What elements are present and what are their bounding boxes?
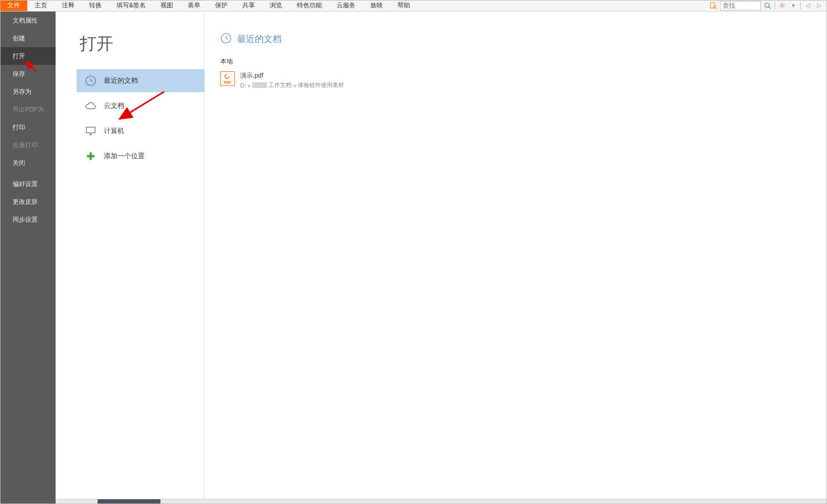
sidebar-item-create[interactable]: 创建 (0, 29, 56, 47)
main-area: 文档属性 创建 打开 保存 另存为 导出PDF为 打印 批量打印 关闭 偏好设置… (0, 12, 827, 504)
sidebar-item-export: 导出PDF为 (0, 101, 56, 118)
option-add-place[interactable]: 添加一个位置 (77, 145, 205, 168)
ribbon-tab-file[interactable]: 文件 (0, 0, 27, 11)
sidebar-item-properties[interactable]: 文档属性 (0, 12, 56, 29)
plus-icon (84, 149, 98, 163)
ribbon-tab-form[interactable]: 表单 (180, 0, 208, 11)
clock-icon (84, 74, 98, 87)
ribbon-tab-annotate[interactable]: 注释 (55, 0, 82, 11)
panel-title: 打开 (80, 32, 204, 56)
sidebar-item-save[interactable]: 保存 (0, 65, 56, 83)
search-icon[interactable] (763, 1, 772, 10)
ribbon-right-controls: ▾ ◁ ▷ (708, 0, 827, 11)
chevron-down-icon[interactable]: ▾ (789, 1, 798, 10)
separator (800, 2, 801, 9)
nav-back-icon[interactable]: ◁ (803, 1, 812, 10)
ribbon-tab-protect[interactable]: 保护 (208, 0, 235, 11)
option-label: 计算机 (104, 126, 124, 136)
separator (775, 2, 775, 9)
ribbon-tab-slideshow[interactable]: 放映 (363, 0, 390, 11)
sidebar-item-sync[interactable]: 同步设置 (0, 211, 56, 228)
ribbon-tab-share[interactable]: 共享 (235, 0, 262, 11)
ribbon-tab-cloud[interactable]: 云服务 (329, 0, 363, 11)
ribbon-tab-view[interactable]: 视图 (153, 0, 180, 11)
ribbon-bar: 文件 主页 注释 转换 填写&签名 视图 表单 保护 共享 浏览 特色功能 云服… (0, 0, 827, 12)
file-sidebar: 文档属性 创建 打开 保存 另存为 导出PDF为 打印 批量打印 关闭 偏好设置… (0, 12, 56, 504)
pdf-file-icon: PDF (220, 71, 235, 86)
svg-point-3 (765, 3, 769, 7)
svg-line-2 (715, 8, 716, 9)
file-name: 演示.pdf (240, 71, 344, 80)
ribbon-tab-browse[interactable]: 浏览 (262, 0, 289, 11)
ribbon-tab-features[interactable]: 特色功能 (289, 0, 329, 11)
clock-icon (220, 32, 232, 46)
local-group-label: 本地 (220, 57, 827, 66)
svg-point-1 (713, 6, 716, 8)
svg-rect-7 (87, 127, 95, 133)
redacted-segment (252, 82, 267, 88)
option-label: 云文档 (104, 101, 124, 111)
option-label: 最近的文档 (104, 76, 138, 85)
sidebar-item-print[interactable]: 打印 (0, 118, 56, 136)
option-cloud-docs[interactable]: 云文档 (77, 94, 205, 117)
svg-line-4 (769, 6, 771, 8)
option-recent-docs[interactable]: 最近的文档 (77, 69, 205, 92)
search-input[interactable] (720, 1, 761, 10)
gear-icon[interactable] (777, 1, 787, 10)
sidebar-item-open[interactable]: 打开 (0, 47, 56, 65)
sidebar-item-close[interactable]: 关闭 (0, 154, 56, 172)
find-doc-icon[interactable] (708, 1, 718, 10)
ribbon-tab-help[interactable]: 帮助 (390, 0, 417, 11)
computer-icon (84, 124, 98, 138)
recent-file-item[interactable]: PDF 演示.pdf D: » 工作文档 » 体验软件使用素材 (220, 69, 827, 91)
content-panel: 最近的文档 本地 PDF 演示.pdf D: » 工作文档 » 体验软件使用素材 (205, 12, 827, 504)
status-bar (56, 499, 827, 504)
sidebar-item-saveas[interactable]: 另存为 (0, 83, 56, 101)
option-label: 添加一个位置 (104, 151, 145, 161)
sidebar-item-batch-print: 批量打印 (0, 136, 56, 154)
nav-forward-icon[interactable]: ▷ (814, 1, 824, 10)
file-path: D: » 工作文档 » 体验软件使用素材 (240, 81, 344, 89)
option-computer[interactable]: 计算机 (77, 119, 205, 143)
cloud-icon (84, 99, 98, 113)
ribbon-tab-fill-sign[interactable]: 填写&签名 (109, 0, 153, 11)
section-title: 最近的文档 (237, 33, 282, 45)
section-header: 最近的文档 (220, 32, 827, 46)
svg-rect-0 (711, 3, 715, 8)
open-panel: 打开 最近的文档 云文档 计算机 添加一个位置 (56, 12, 205, 504)
sidebar-item-skin[interactable]: 更改皮肤 (0, 193, 56, 211)
ribbon-tab-convert[interactable]: 转换 (82, 0, 109, 11)
svg-point-5 (781, 5, 782, 6)
ribbon-tab-home[interactable]: 主页 (27, 0, 55, 11)
sidebar-item-preferences[interactable]: 偏好设置 (0, 175, 56, 193)
